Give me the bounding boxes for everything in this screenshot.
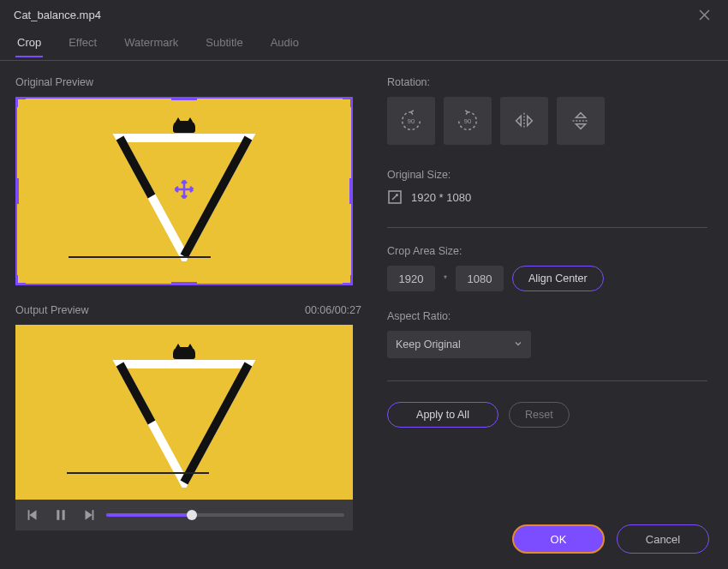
tab-crop[interactable]: Crop xyxy=(15,33,43,52)
playback-bar xyxy=(15,500,353,530)
ground-line xyxy=(67,472,209,474)
svg-rect-3 xyxy=(92,510,94,520)
crop-handle-top[interactable] xyxy=(171,97,197,100)
svg-text:90: 90 xyxy=(464,117,471,125)
cat-shape xyxy=(173,347,195,359)
tab-subtitle[interactable]: Subtitle xyxy=(204,33,244,52)
flip-vertical-icon[interactable] xyxy=(557,97,605,145)
crop-corner-tl[interactable] xyxy=(15,97,26,107)
svg-rect-1 xyxy=(57,510,59,520)
original-preview[interactable] xyxy=(15,97,353,285)
seek-slider[interactable] xyxy=(106,513,344,517)
rotate-ccw-icon[interactable]: 90 xyxy=(387,97,435,145)
dimensions-icon xyxy=(387,189,403,205)
crop-corner-bl[interactable] xyxy=(15,275,26,285)
chevron-down-icon xyxy=(514,338,522,350)
svg-rect-2 xyxy=(63,510,65,520)
output-preview-label: Output Preview xyxy=(15,304,88,316)
tab-watermark[interactable]: Watermark xyxy=(122,33,180,52)
aspect-ratio-value: Keep Original xyxy=(396,338,461,350)
seek-thumb[interactable] xyxy=(187,510,197,520)
svg-text:90: 90 xyxy=(408,117,415,125)
prev-frame-icon[interactable] xyxy=(24,506,43,524)
window-title: Cat_balance.mp4 xyxy=(14,9,101,21)
tab-effect[interactable]: Effect xyxy=(67,33,98,52)
crop-dialog: Cat_balance.mp4 Crop Effect Watermark Su… xyxy=(0,0,728,569)
crop-corner-tr[interactable] xyxy=(343,97,353,107)
crop-width-input[interactable] xyxy=(387,266,435,291)
crop-height-input[interactable] xyxy=(456,266,504,291)
rotate-cw-icon[interactable]: 90 xyxy=(444,97,492,145)
close-icon[interactable] xyxy=(694,4,714,25)
output-preview xyxy=(15,325,353,530)
dimension-separator: * xyxy=(444,274,447,284)
ground-line xyxy=(69,256,211,258)
original-size-label: Original Size: xyxy=(387,169,707,181)
aspect-ratio-select[interactable]: Keep Original xyxy=(387,331,531,358)
pause-icon[interactable] xyxy=(51,506,70,524)
rotation-label: Rotation: xyxy=(387,76,707,88)
cat-shape xyxy=(173,121,195,133)
aspect-ratio-label: Aspect Ratio: xyxy=(387,310,707,322)
crop-handle-bottom[interactable] xyxy=(171,282,197,285)
crop-area-label: Crop Area Size: xyxy=(387,245,707,257)
tab-audio[interactable]: Audio xyxy=(269,33,301,52)
crop-corner-br[interactable] xyxy=(343,275,353,285)
original-size-value: 1920 * 1080 xyxy=(411,191,471,204)
move-icon[interactable] xyxy=(172,177,196,205)
apply-to-all-button[interactable]: Apply to All xyxy=(387,402,498,428)
reset-button[interactable]: Reset xyxy=(509,402,570,428)
align-center-button[interactable]: Align Center xyxy=(512,266,604,291)
ok-button[interactable]: OK xyxy=(512,524,605,554)
cancel-button[interactable]: Cancel xyxy=(617,524,709,554)
dialog-footer: OK Cancel xyxy=(512,524,709,554)
original-preview-label: Original Preview xyxy=(15,76,361,88)
svg-rect-0 xyxy=(28,510,30,520)
crop-handle-right[interactable] xyxy=(349,178,353,204)
tab-bar: Crop Effect Watermark Subtitle Audio xyxy=(0,29,728,55)
flip-horizontal-icon[interactable] xyxy=(500,97,548,145)
next-frame-icon[interactable] xyxy=(79,506,98,524)
titlebar: Cat_balance.mp4 xyxy=(0,0,728,29)
timecode: 00:06/00:27 xyxy=(305,304,361,316)
crop-handle-left[interactable] xyxy=(15,178,19,204)
preview-artwork xyxy=(111,359,257,488)
